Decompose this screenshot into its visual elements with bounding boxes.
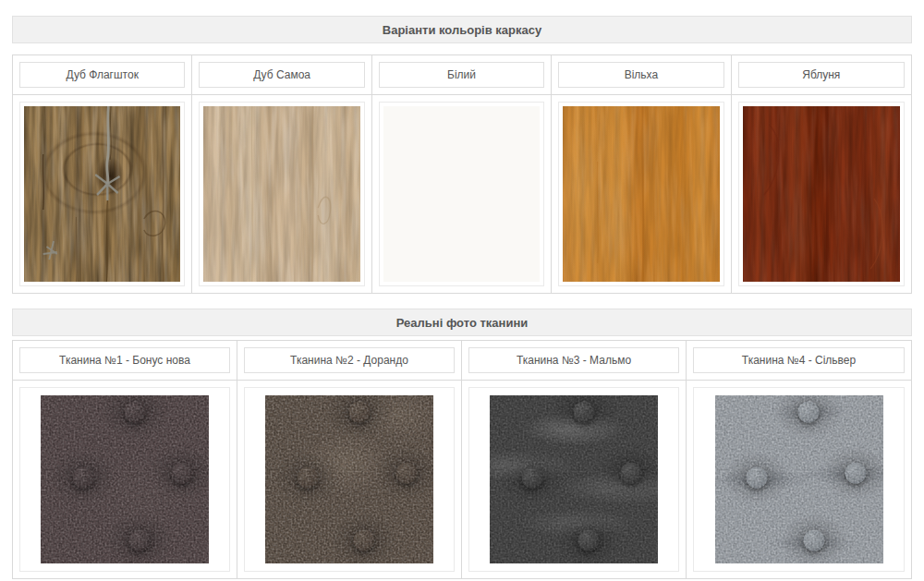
fabric-label-malmo: Тканина №3 - Мальмо [468,347,679,373]
fabric-label-cell: Тканина №1 - Бонус нова [13,341,237,381]
swatch-image-yablunya [738,102,905,286]
fabric-photos-title-bar: Реальні фото тканини [12,309,912,336]
swatch-image-vilha [558,102,723,286]
fabric-image-cell [687,381,911,578]
fabric-label-dorando: Тканина №2 - Дорандо [244,347,455,373]
swatch-label-dub-flagshtok: Дуб Флагшток [19,62,185,88]
fabric-image-cell [13,381,237,578]
frame-colors-section: Варіанти кольорів каркасу Дуб Флагшток Д… [0,16,924,294]
swatch-label-yablunya: Яблуня [738,62,905,88]
swatch-label-cell: Яблуня [732,55,911,95]
fabric-label-cell: Тканина №3 - Мальмо [462,341,687,381]
frame-colors-table: Дуб Флагшток Дуб Самоа Білий Вільха Яблу… [12,54,912,294]
swatch-image-cell [192,95,371,293]
swatch-label-vilha: Вільха [558,62,723,88]
swatch-label-cell: Дуб Самоа [192,55,371,95]
frame-colors-title-bar: Варіанти кольорів каркасу [12,16,912,43]
fabric-image-silver [693,387,905,572]
fabric-photos-table: Тканина №1 - Бонус нова Тканина №2 - Дор… [12,340,912,579]
fabric-label-cell: Тканина №2 - Дорандо [237,341,462,381]
swatch-image-cell [732,95,911,293]
swatch-label-cell: Білий [372,55,552,95]
fabric-image-dorando [244,387,455,572]
swatch-image-dub-samoa [199,102,364,286]
swatch-image-cell [13,95,192,293]
swatch-label-cell: Дуб Флагшток [13,55,192,95]
fabric-image-cell [462,381,687,578]
fabric-photos-section: Реальні фото тканини Тканина №1 - Бонус … [0,309,924,579]
swatch-image-cell [372,95,552,293]
fabric-photos-title: Реальні фото тканини [396,316,529,330]
fabric-image-bonus-nova [19,387,230,572]
swatch-label-cell: Вільха [552,55,731,95]
frame-colors-title: Варіанти кольорів каркасу [383,23,541,37]
fabric-image-malmo [468,387,679,572]
fabric-image-cell [237,381,462,578]
fabric-label-cell: Тканина №4 - Сільвер [687,341,911,381]
swatch-label-dub-samoa: Дуб Самоа [199,62,364,88]
swatch-image-dub-flagshtok [19,102,185,286]
swatch-label-bilyi: Білий [379,62,544,88]
swatch-image-cell [552,95,731,293]
fabric-label-silver: Тканина №4 - Сільвер [693,347,905,373]
fabric-label-bonus-nova: Тканина №1 - Бонус нова [19,347,230,373]
swatch-image-bilyi [379,102,544,286]
